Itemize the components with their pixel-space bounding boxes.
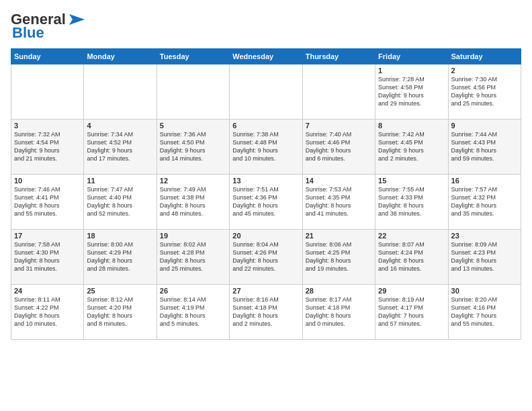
calendar-cell: 15Sunrise: 7:55 AM Sunset: 4:33 PM Dayli… bbox=[375, 175, 448, 230]
calendar-cell: 19Sunrise: 8:02 AM Sunset: 4:28 PM Dayli… bbox=[157, 230, 229, 285]
day-number: 14 bbox=[306, 177, 372, 185]
day-number: 4 bbox=[87, 122, 153, 130]
day-number: 11 bbox=[87, 177, 153, 185]
calendar-cell bbox=[11, 64, 84, 120]
day-info: Sunrise: 8:04 AM Sunset: 4:26 PM Dayligh… bbox=[232, 240, 299, 273]
day-info: Sunrise: 7:42 AM Sunset: 4:45 PM Dayligh… bbox=[378, 130, 445, 163]
calendar-cell: 8Sunrise: 7:42 AM Sunset: 4:45 PM Daylig… bbox=[375, 120, 448, 175]
day-info: Sunrise: 8:02 AM Sunset: 4:28 PM Dayligh… bbox=[160, 240, 226, 273]
col-header-tuesday: Tuesday bbox=[157, 49, 229, 64]
calendar-cell: 14Sunrise: 7:53 AM Sunset: 4:35 PM Dayli… bbox=[302, 175, 375, 230]
day-info: Sunrise: 7:55 AM Sunset: 4:33 PM Dayligh… bbox=[378, 185, 445, 218]
day-info: Sunrise: 7:40 AM Sunset: 4:46 PM Dayligh… bbox=[306, 130, 372, 163]
calendar-cell: 6Sunrise: 7:38 AM Sunset: 4:48 PM Daylig… bbox=[230, 120, 302, 175]
day-info: Sunrise: 8:07 AM Sunset: 4:24 PM Dayligh… bbox=[378, 240, 445, 273]
calendar-cell bbox=[302, 64, 375, 120]
calendar-cell bbox=[230, 64, 302, 120]
day-info: Sunrise: 7:49 AM Sunset: 4:38 PM Dayligh… bbox=[160, 185, 226, 218]
day-number: 26 bbox=[160, 287, 226, 295]
day-number: 18 bbox=[87, 232, 153, 240]
calendar-cell: 16Sunrise: 7:57 AM Sunset: 4:32 PM Dayli… bbox=[448, 175, 521, 230]
logo: General Blue bbox=[11, 11, 86, 42]
calendar-table: SundayMondayTuesdayWednesdayThursdayFrid… bbox=[11, 48, 521, 340]
calendar-cell: 5Sunrise: 7:36 AM Sunset: 4:50 PM Daylig… bbox=[157, 120, 229, 175]
calendar-cell: 7Sunrise: 7:40 AM Sunset: 4:46 PM Daylig… bbox=[302, 120, 375, 175]
logo-arrow-icon bbox=[66, 13, 86, 26]
week-row-3: 10Sunrise: 7:46 AM Sunset: 4:41 PM Dayli… bbox=[11, 175, 521, 230]
day-number: 10 bbox=[14, 177, 81, 185]
day-info: Sunrise: 8:06 AM Sunset: 4:25 PM Dayligh… bbox=[306, 240, 372, 273]
day-number: 9 bbox=[451, 122, 518, 130]
day-info: Sunrise: 7:30 AM Sunset: 4:56 PM Dayligh… bbox=[451, 75, 518, 108]
calendar-cell: 23Sunrise: 8:09 AM Sunset: 4:23 PM Dayli… bbox=[448, 230, 521, 285]
header: General Blue bbox=[11, 11, 521, 42]
calendar-cell: 1Sunrise: 7:28 AM Sunset: 4:58 PM Daylig… bbox=[375, 64, 448, 120]
day-info: Sunrise: 8:09 AM Sunset: 4:23 PM Dayligh… bbox=[451, 240, 518, 273]
day-number: 19 bbox=[160, 232, 226, 240]
col-header-wednesday: Wednesday bbox=[230, 49, 302, 64]
day-info: Sunrise: 7:53 AM Sunset: 4:35 PM Dayligh… bbox=[306, 185, 372, 218]
day-number: 7 bbox=[306, 122, 372, 130]
day-info: Sunrise: 8:17 AM Sunset: 4:18 PM Dayligh… bbox=[306, 295, 372, 328]
day-number: 24 bbox=[14, 287, 81, 295]
calendar-cell: 28Sunrise: 8:17 AM Sunset: 4:18 PM Dayli… bbox=[302, 285, 375, 340]
day-number: 5 bbox=[160, 122, 226, 130]
day-number: 2 bbox=[451, 66, 518, 75]
day-info: Sunrise: 7:47 AM Sunset: 4:40 PM Dayligh… bbox=[87, 185, 153, 218]
day-info: Sunrise: 7:57 AM Sunset: 4:32 PM Dayligh… bbox=[451, 185, 518, 218]
calendar-cell: 24Sunrise: 8:11 AM Sunset: 4:22 PM Dayli… bbox=[11, 285, 84, 340]
col-header-thursday: Thursday bbox=[302, 49, 375, 64]
calendar-cell: 3Sunrise: 7:32 AM Sunset: 4:54 PM Daylig… bbox=[11, 120, 84, 175]
day-number: 23 bbox=[451, 232, 518, 240]
day-number: 20 bbox=[232, 232, 299, 240]
calendar-cell: 25Sunrise: 8:12 AM Sunset: 4:20 PM Dayli… bbox=[84, 285, 157, 340]
day-number: 22 bbox=[378, 232, 445, 240]
col-header-saturday: Saturday bbox=[448, 49, 521, 64]
calendar-cell: 12Sunrise: 7:49 AM Sunset: 4:38 PM Dayli… bbox=[157, 175, 229, 230]
day-number: 8 bbox=[378, 122, 445, 130]
day-number: 6 bbox=[232, 122, 299, 130]
calendar-cell: 29Sunrise: 8:19 AM Sunset: 4:17 PM Dayli… bbox=[375, 285, 448, 340]
week-row-5: 24Sunrise: 8:11 AM Sunset: 4:22 PM Dayli… bbox=[11, 285, 521, 340]
calendar-cell: 11Sunrise: 7:47 AM Sunset: 4:40 PM Dayli… bbox=[84, 175, 157, 230]
calendar-cell: 17Sunrise: 7:58 AM Sunset: 4:30 PM Dayli… bbox=[11, 230, 84, 285]
day-info: Sunrise: 8:00 AM Sunset: 4:29 PM Dayligh… bbox=[87, 240, 153, 273]
calendar-cell: 21Sunrise: 8:06 AM Sunset: 4:25 PM Dayli… bbox=[302, 230, 375, 285]
calendar-cell: 4Sunrise: 7:34 AM Sunset: 4:52 PM Daylig… bbox=[84, 120, 157, 175]
col-header-friday: Friday bbox=[375, 49, 448, 64]
calendar-cell: 13Sunrise: 7:51 AM Sunset: 4:36 PM Dayli… bbox=[230, 175, 302, 230]
calendar-cell: 22Sunrise: 8:07 AM Sunset: 4:24 PM Dayli… bbox=[375, 230, 448, 285]
day-number: 27 bbox=[232, 287, 299, 295]
day-info: Sunrise: 8:16 AM Sunset: 4:18 PM Dayligh… bbox=[232, 295, 299, 328]
day-number: 1 bbox=[378, 66, 445, 75]
calendar-header: SundayMondayTuesdayWednesdayThursdayFrid… bbox=[11, 49, 521, 64]
calendar-cell: 20Sunrise: 8:04 AM Sunset: 4:26 PM Dayli… bbox=[230, 230, 302, 285]
day-number: 29 bbox=[378, 287, 445, 295]
day-number: 12 bbox=[160, 177, 226, 185]
day-number: 21 bbox=[306, 232, 372, 240]
day-info: Sunrise: 8:14 AM Sunset: 4:19 PM Dayligh… bbox=[160, 295, 226, 328]
day-number: 28 bbox=[306, 287, 372, 295]
day-number: 30 bbox=[451, 287, 518, 295]
calendar-cell: 26Sunrise: 8:14 AM Sunset: 4:19 PM Dayli… bbox=[157, 285, 229, 340]
day-number: 16 bbox=[451, 177, 518, 185]
day-info: Sunrise: 7:34 AM Sunset: 4:52 PM Dayligh… bbox=[87, 130, 153, 163]
day-info: Sunrise: 8:11 AM Sunset: 4:22 PM Dayligh… bbox=[14, 295, 81, 328]
calendar-cell: 2Sunrise: 7:30 AM Sunset: 4:56 PM Daylig… bbox=[448, 64, 521, 120]
day-info: Sunrise: 7:28 AM Sunset: 4:58 PM Dayligh… bbox=[378, 75, 445, 108]
day-info: Sunrise: 7:44 AM Sunset: 4:43 PM Dayligh… bbox=[451, 130, 518, 163]
day-info: Sunrise: 7:58 AM Sunset: 4:30 PM Dayligh… bbox=[14, 240, 81, 273]
day-number: 15 bbox=[378, 177, 445, 185]
day-info: Sunrise: 8:19 AM Sunset: 4:17 PM Dayligh… bbox=[378, 295, 445, 328]
week-row-4: 17Sunrise: 7:58 AM Sunset: 4:30 PM Dayli… bbox=[11, 230, 521, 285]
calendar-cell bbox=[84, 64, 157, 120]
calendar-cell: 9Sunrise: 7:44 AM Sunset: 4:43 PM Daylig… bbox=[448, 120, 521, 175]
day-number: 17 bbox=[14, 232, 81, 240]
logo-blue: Blue bbox=[12, 24, 44, 42]
col-header-monday: Monday bbox=[84, 49, 157, 64]
calendar-cell: 18Sunrise: 8:00 AM Sunset: 4:29 PM Dayli… bbox=[84, 230, 157, 285]
svg-marker-0 bbox=[69, 14, 85, 25]
day-info: Sunrise: 7:38 AM Sunset: 4:48 PM Dayligh… bbox=[232, 130, 299, 163]
day-number: 25 bbox=[87, 287, 153, 295]
week-row-1: 1Sunrise: 7:28 AM Sunset: 4:58 PM Daylig… bbox=[11, 64, 521, 120]
